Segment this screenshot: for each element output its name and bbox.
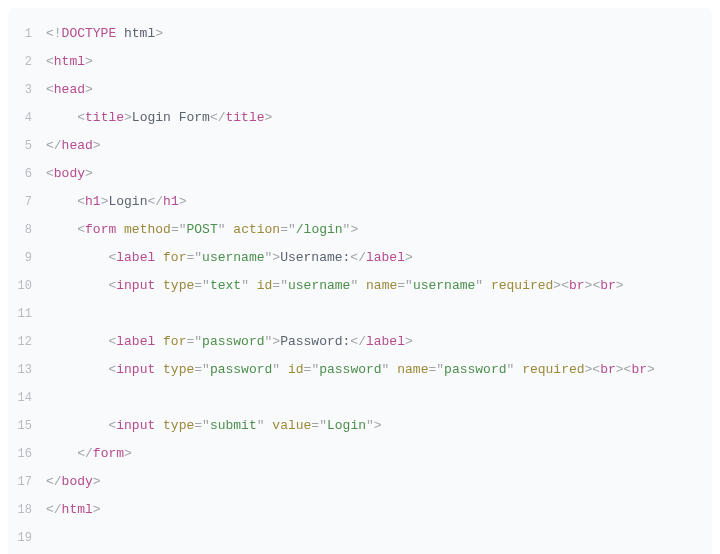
code-line: 12 <label for="password">Password:</labe… bbox=[8, 328, 712, 356]
token-attr-val: password bbox=[319, 362, 381, 377]
code-line: 11 bbox=[8, 300, 712, 328]
token-tag: form bbox=[85, 222, 116, 237]
token-text bbox=[155, 278, 163, 293]
code-line: 8 <form method="POST" action="/login"> bbox=[8, 216, 712, 244]
code-content: </body> bbox=[46, 468, 101, 496]
code-line: 6<body> bbox=[8, 160, 712, 188]
token-punct: < bbox=[46, 54, 54, 69]
token-attr-name: for bbox=[163, 250, 186, 265]
token-punct: = bbox=[194, 362, 202, 377]
line-number: 4 bbox=[8, 104, 46, 132]
token-attr-name: id bbox=[257, 278, 273, 293]
token-attr-val: username bbox=[202, 250, 264, 265]
code-line: 1<!DOCTYPE html> bbox=[8, 20, 712, 48]
code-line: 19 bbox=[8, 524, 712, 552]
token-tag: label bbox=[366, 334, 405, 349]
token-tag: br bbox=[600, 362, 616, 377]
token-punct: > bbox=[93, 502, 101, 517]
token-text bbox=[116, 222, 124, 237]
token-punct: > bbox=[272, 250, 280, 265]
token-tag: br bbox=[600, 278, 616, 293]
token-punct: </ bbox=[350, 250, 366, 265]
token-punct: > bbox=[616, 278, 624, 293]
token-text bbox=[46, 222, 77, 237]
code-content: <label for="username">Username:</label> bbox=[46, 244, 413, 272]
token-punct: > bbox=[124, 446, 132, 461]
token-doctype-tag: DOCTYPE bbox=[62, 26, 117, 41]
token-text: Password: bbox=[280, 334, 350, 349]
line-number: 1 bbox=[8, 20, 46, 48]
code-line: 5</head> bbox=[8, 132, 712, 160]
token-tag: form bbox=[93, 446, 124, 461]
token-punct: > bbox=[616, 362, 624, 377]
token-punct: " bbox=[218, 222, 226, 237]
code-line: 7 <h1>Login</h1> bbox=[8, 188, 712, 216]
token-punct: > bbox=[405, 250, 413, 265]
token-punct: = bbox=[397, 278, 405, 293]
token-attr-val: submit bbox=[210, 418, 257, 433]
code-content: </form> bbox=[46, 440, 132, 468]
token-doctype-word: html bbox=[116, 26, 155, 41]
line-number: 18 bbox=[8, 496, 46, 524]
token-tag: body bbox=[62, 474, 93, 489]
line-number: 10 bbox=[8, 272, 46, 300]
token-attr-val: /login bbox=[296, 222, 343, 237]
token-punct: > bbox=[553, 278, 561, 293]
token-punct: > bbox=[179, 194, 187, 209]
token-punct: > bbox=[350, 222, 358, 237]
code-content: <input type="text" id="username" name="u… bbox=[46, 272, 624, 300]
code-line: 17</body> bbox=[8, 468, 712, 496]
token-punct: </ bbox=[46, 502, 62, 517]
code-content: <input type="submit" value="Login"> bbox=[46, 412, 382, 440]
token-punct: " bbox=[272, 362, 280, 377]
token-tag: label bbox=[366, 250, 405, 265]
line-number: 19 bbox=[8, 524, 46, 552]
token-tag: head bbox=[62, 138, 93, 153]
line-number: 13 bbox=[8, 356, 46, 384]
token-punct: = bbox=[280, 222, 288, 237]
token-attr-name: required bbox=[522, 362, 584, 377]
code-line: 3<head> bbox=[8, 76, 712, 104]
token-attr-val: text bbox=[210, 278, 241, 293]
token-punct: " bbox=[436, 362, 444, 377]
token-punct: <! bbox=[46, 26, 62, 41]
token-attr-val: password bbox=[444, 362, 506, 377]
token-attr-name: value bbox=[272, 418, 311, 433]
token-text: Login bbox=[108, 194, 147, 209]
token-text bbox=[46, 418, 108, 433]
token-tag: h1 bbox=[85, 194, 101, 209]
token-punct: > bbox=[265, 110, 273, 125]
token-tag: title bbox=[85, 110, 124, 125]
code-line: 2<html> bbox=[8, 48, 712, 76]
code-content: <label for="password">Password:</label> bbox=[46, 328, 413, 356]
token-text bbox=[46, 250, 108, 265]
token-punct: < bbox=[77, 194, 85, 209]
token-punct: </ bbox=[46, 474, 62, 489]
token-punct: > bbox=[647, 362, 655, 377]
token-punct: > bbox=[374, 418, 382, 433]
token-text bbox=[46, 334, 108, 349]
token-text bbox=[46, 362, 108, 377]
code-line: 4 <title>Login Form</title> bbox=[8, 104, 712, 132]
token-attr-name: for bbox=[163, 334, 186, 349]
token-text bbox=[46, 194, 77, 209]
token-text bbox=[155, 362, 163, 377]
token-punct: </ bbox=[210, 110, 226, 125]
token-text bbox=[155, 418, 163, 433]
code-block: 1<!DOCTYPE html>2<html>3<head>4 <title>L… bbox=[8, 8, 712, 554]
token-text: Username: bbox=[280, 250, 350, 265]
token-punct: > bbox=[155, 26, 163, 41]
code-line: 16 </form> bbox=[8, 440, 712, 468]
token-punct: " bbox=[179, 222, 187, 237]
token-punct: " bbox=[202, 362, 210, 377]
code-content: <h1>Login</h1> bbox=[46, 188, 187, 216]
token-text bbox=[155, 334, 163, 349]
code-content: </head> bbox=[46, 132, 101, 160]
line-number: 7 bbox=[8, 188, 46, 216]
token-tag: label bbox=[116, 334, 155, 349]
token-attr-name: id bbox=[288, 362, 304, 377]
token-punct: = bbox=[171, 222, 179, 237]
token-text bbox=[249, 278, 257, 293]
token-punct: > bbox=[93, 474, 101, 489]
token-tag: html bbox=[62, 502, 93, 517]
